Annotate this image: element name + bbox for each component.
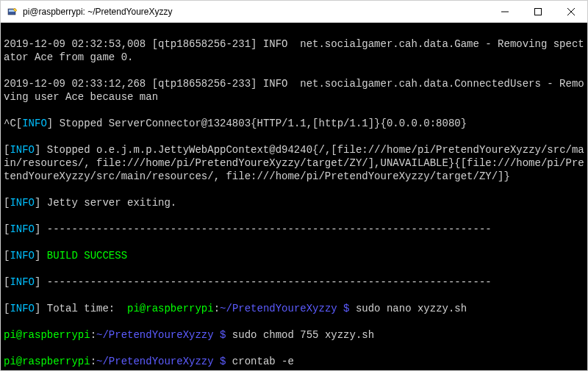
- window-title: pi@raspberrypi: ~/PretendYoureXyzzy: [23, 7, 488, 17]
- log-line: 2019-12-09 02:32:53,008 [qtp18658256-231…: [4, 37, 584, 64]
- build-success-line: [INFO] BUILD SUCCESS: [4, 249, 584, 262]
- log-line: [INFO] Jetty server exiting.: [4, 196, 584, 209]
- log-line: 2019-12-09 02:33:12,268 [qtp18658256-233…: [4, 77, 584, 104]
- prompt-user: pi@raspberrypi: [4, 329, 90, 341]
- prompt-line: pi@raspberrypi:~/PretendYoureXyzzy $ cro…: [4, 355, 584, 368]
- log-line: ^C[INFO] Stopped ServerConnector@1324803…: [4, 117, 584, 130]
- prompt-path: ~/PretendYoureXyzzy $: [220, 303, 349, 314]
- prompt-path: ~/PretendYoureXyzzy $: [96, 329, 226, 341]
- putty-icon: [7, 6, 18, 18]
- titlebar[interactable]: pi@raspberrypi: ~/PretendYoureXyzzy: [1, 1, 587, 23]
- terminal-body[interactable]: 2019-12-09 02:32:53,008 [qtp18658256-231…: [1, 23, 587, 370]
- prompt-user: pi@raspberrypi: [4, 356, 90, 367]
- command: crontab -e: [226, 356, 293, 367]
- window-controls: [488, 1, 587, 22]
- separator-line: [INFO] ---------------------------------…: [4, 223, 584, 236]
- prompt-line: pi@raspberrypi:~/PretendYoureXyzzy $ sud…: [4, 328, 584, 342]
- prompt-line: [INFO] Total time: pi@raspberrypi:~/Pret…: [4, 302, 584, 315]
- command: sudo chmod 755 xyzzy.sh: [226, 329, 374, 341]
- maximize-button[interactable]: [521, 1, 554, 22]
- close-button[interactable]: [554, 1, 587, 22]
- prompt-user: pi@raspberrypi: [127, 303, 214, 314]
- separator-line: [INFO] ---------------------------------…: [4, 275, 584, 289]
- terminal-window: pi@raspberrypi: ~/PretendYoureXyzzy 2019…: [0, 0, 588, 371]
- command: sudo nano xyzzy.sh: [350, 303, 467, 314]
- prompt-path: ~/PretendYoureXyzzy $: [96, 356, 226, 367]
- svg-rect-3: [534, 8, 541, 15]
- log-line: [INFO] Stopped o.e.j.m.p.JettyWebAppCont…: [4, 143, 584, 183]
- minimize-button[interactable]: [488, 1, 521, 22]
